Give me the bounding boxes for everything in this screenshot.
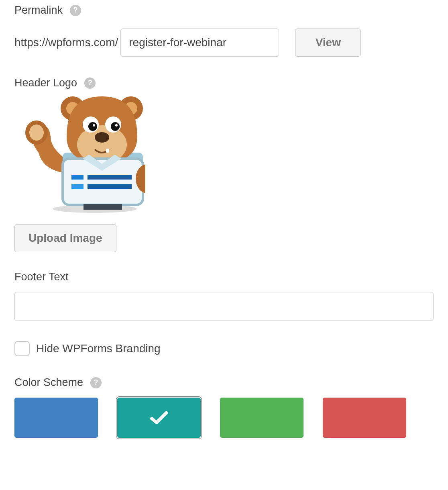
svg-rect-18 <box>71 175 83 180</box>
help-icon[interactable]: ? <box>84 78 96 89</box>
svg-point-12 <box>115 124 118 127</box>
header-logo-label: Header Logo ? <box>14 77 434 89</box>
svg-point-13 <box>95 132 109 143</box>
permalink-row: https://wpforms.com/ View <box>14 29 434 57</box>
footer-text-label-text: Footer Text <box>14 271 69 283</box>
hide-branding-label: Hide WPForms Branding <box>36 342 161 355</box>
view-button[interactable]: View <box>295 29 361 57</box>
header-logo-label-text: Header Logo <box>14 77 77 89</box>
help-icon[interactable]: ? <box>90 377 102 388</box>
permalink-label-text: Permalink <box>14 4 63 16</box>
permalink-base: https://wpforms.com/ <box>14 36 118 49</box>
help-icon[interactable]: ? <box>70 5 81 16</box>
color-scheme-label-text: Color Scheme <box>14 376 83 389</box>
footer-text-label: Footer Text <box>14 271 434 283</box>
color-swatch-0[interactable] <box>14 398 98 438</box>
check-icon <box>150 410 168 425</box>
svg-rect-14 <box>106 149 109 153</box>
permalink-label: Permalink ? <box>14 4 434 16</box>
color-swatches <box>14 398 434 438</box>
upload-image-button[interactable]: Upload Image <box>14 224 116 252</box>
svg-rect-19 <box>88 175 132 180</box>
permalink-slug-input[interactable] <box>120 29 279 57</box>
svg-point-11 <box>93 124 95 127</box>
bear-logo-icon <box>14 92 145 213</box>
svg-rect-21 <box>88 184 132 189</box>
svg-rect-20 <box>71 184 83 189</box>
footer-text-input[interactable] <box>14 292 434 321</box>
svg-point-16 <box>29 125 44 141</box>
hide-branding-checkbox[interactable] <box>14 341 30 356</box>
svg-point-9 <box>88 122 97 131</box>
color-swatch-2[interactable] <box>220 398 303 438</box>
color-swatch-3[interactable] <box>323 398 406 438</box>
color-swatch-1[interactable] <box>117 398 201 438</box>
header-logo-preview <box>14 92 145 213</box>
svg-point-10 <box>111 122 120 131</box>
svg-rect-22 <box>83 204 122 210</box>
color-scheme-label: Color Scheme ? <box>14 376 434 389</box>
hide-branding-row: Hide WPForms Branding <box>14 341 434 356</box>
